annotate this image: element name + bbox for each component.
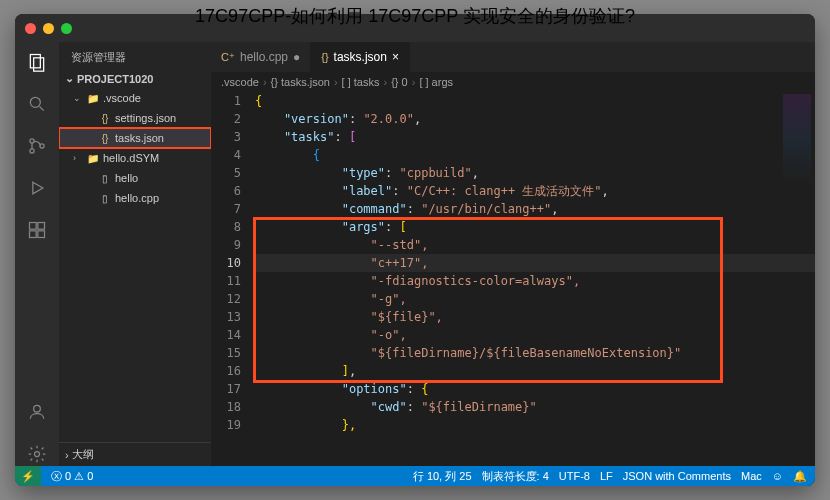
chevron-icon: ⌄ — [73, 93, 83, 103]
file-label: hello — [115, 172, 138, 184]
cursor-position[interactable]: 行 10, 列 25 — [413, 469, 472, 484]
tab-size[interactable]: 制表符长度: 4 — [482, 469, 549, 484]
svg-rect-9 — [38, 223, 45, 230]
search-icon[interactable] — [25, 92, 49, 116]
breadcrumb-segment[interactable]: .vscode — [221, 76, 259, 88]
editor[interactable]: 12345678910111213141516171819 { "version… — [211, 92, 815, 466]
file-icon: ▯ — [98, 193, 112, 204]
line-number: 5 — [211, 164, 241, 182]
line-number: 8 — [211, 218, 241, 236]
watermark-text: 17C97CPP-如何利用 17C97CPP 实现安全的身份验证? — [195, 4, 635, 28]
remote-indicator[interactable]: ⚡ — [15, 466, 41, 486]
minimize-window-button[interactable] — [43, 23, 54, 34]
project-name: PROJECT1020 — [77, 73, 153, 85]
dirty-indicator: ● — [293, 50, 300, 64]
status-bar: ⚡ ⓧ0 ⚠0 行 10, 列 25 制表符长度: 4 UTF-8 LF JSO… — [15, 466, 815, 486]
os-indicator[interactable]: Mac — [741, 469, 762, 484]
tree-item-hello-dSYM[interactable]: ›📁hello.dSYM — [59, 148, 211, 168]
line-number: 7 — [211, 200, 241, 218]
line-number: 10 — [211, 254, 241, 272]
line-number: 6 — [211, 182, 241, 200]
traffic-lights — [25, 23, 72, 34]
breadcrumb[interactable]: .vscode›{} tasks.json›[ ] tasks›{} 0›[ ]… — [211, 72, 815, 92]
settings-gear-icon[interactable] — [25, 442, 49, 466]
breadcrumb-segment[interactable]: {} tasks.json — [271, 76, 330, 88]
project-header[interactable]: ⌄ PROJECT1020 — [59, 69, 211, 88]
line-number: 19 — [211, 416, 241, 434]
code-area[interactable]: { "version": "2.0.0", "tasks": [ { "type… — [255, 92, 815, 466]
file-label: .vscode — [103, 92, 141, 104]
file-icon: 📁 — [86, 153, 100, 164]
tree-item-settings-json[interactable]: {}settings.json — [59, 108, 211, 128]
svg-point-4 — [30, 139, 34, 143]
tab-icon: {} — [321, 51, 328, 63]
line-number: 3 — [211, 128, 241, 146]
extensions-icon[interactable] — [25, 218, 49, 242]
svg-rect-8 — [30, 223, 37, 230]
close-window-button[interactable] — [25, 23, 36, 34]
line-number: 4 — [211, 146, 241, 164]
breadcrumb-segment[interactable]: [ ] tasks — [342, 76, 380, 88]
account-icon[interactable] — [25, 400, 49, 424]
svg-rect-10 — [30, 231, 37, 238]
eol[interactable]: LF — [600, 469, 613, 484]
feedback-icon[interactable]: ☺ — [772, 469, 783, 484]
sidebar-title: 资源管理器 — [59, 42, 211, 69]
line-number: 1 — [211, 92, 241, 110]
svg-rect-11 — [38, 231, 45, 238]
file-label: tasks.json — [115, 132, 164, 144]
tab-icon: C⁺ — [221, 51, 235, 64]
line-number: 15 — [211, 344, 241, 362]
outline-label: 大纲 — [72, 447, 94, 462]
file-label: hello.cpp — [115, 192, 159, 204]
minimap[interactable] — [783, 94, 811, 184]
line-number: 2 — [211, 110, 241, 128]
line-gutter: 12345678910111213141516171819 — [211, 92, 255, 466]
tab-bar: C⁺hello.cpp●{}tasks.json× — [211, 42, 815, 72]
svg-rect-1 — [34, 58, 44, 71]
tab-label: tasks.json — [334, 50, 387, 64]
notifications-icon[interactable]: 🔔 — [793, 469, 807, 484]
chevron-down-icon: ⌄ — [65, 72, 74, 85]
window-body: 资源管理器 ⌄ PROJECT1020 ⌄📁.vscode{}settings.… — [15, 42, 815, 466]
debug-icon[interactable] — [25, 176, 49, 200]
file-icon: 📁 — [86, 93, 100, 104]
svg-rect-0 — [30, 55, 40, 68]
tree-item-hello-cpp[interactable]: ▯hello.cpp — [59, 188, 211, 208]
svg-point-13 — [35, 452, 40, 457]
tab-tasks-json[interactable]: {}tasks.json× — [311, 42, 410, 72]
language-mode[interactable]: JSON with Comments — [623, 469, 731, 484]
line-number: 18 — [211, 398, 241, 416]
file-tree: ⌄📁.vscode{}settings.json{}tasks.json›📁he… — [59, 88, 211, 442]
explorer-icon[interactable] — [25, 50, 49, 74]
vscode-window: 资源管理器 ⌄ PROJECT1020 ⌄📁.vscode{}settings.… — [15, 14, 815, 486]
file-icon: ▯ — [98, 173, 112, 184]
file-label: settings.json — [115, 112, 176, 124]
chevron-icon: › — [73, 153, 83, 163]
line-number: 9 — [211, 236, 241, 254]
line-number: 13 — [211, 308, 241, 326]
line-number: 14 — [211, 326, 241, 344]
breadcrumb-segment[interactable]: {} 0 — [391, 76, 408, 88]
tree-item-hello[interactable]: ▯hello — [59, 168, 211, 188]
close-tab-icon[interactable]: × — [392, 50, 399, 64]
line-number: 11 — [211, 272, 241, 290]
tab-hello-cpp[interactable]: C⁺hello.cpp● — [211, 42, 311, 72]
maximize-window-button[interactable] — [61, 23, 72, 34]
activity-bar — [15, 42, 59, 466]
chevron-right-icon: › — [65, 449, 69, 461]
editor-group: C⁺hello.cpp●{}tasks.json× .vscode›{} tas… — [211, 42, 815, 466]
source-control-icon[interactable] — [25, 134, 49, 158]
svg-marker-7 — [33, 182, 43, 194]
explorer-sidebar: 资源管理器 ⌄ PROJECT1020 ⌄📁.vscode{}settings.… — [59, 42, 211, 466]
svg-point-12 — [34, 405, 41, 412]
file-icon: {} — [98, 133, 112, 144]
encoding[interactable]: UTF-8 — [559, 469, 590, 484]
problems-indicator[interactable]: ⓧ0 ⚠0 — [51, 469, 93, 484]
outline-header[interactable]: › 大纲 — [59, 442, 211, 466]
tree-item--vscode[interactable]: ⌄📁.vscode — [59, 88, 211, 108]
tree-item-tasks-json[interactable]: {}tasks.json — [59, 128, 211, 148]
svg-point-5 — [30, 149, 34, 153]
breadcrumb-segment[interactable]: [ ] args — [419, 76, 453, 88]
file-icon: {} — [98, 113, 112, 124]
